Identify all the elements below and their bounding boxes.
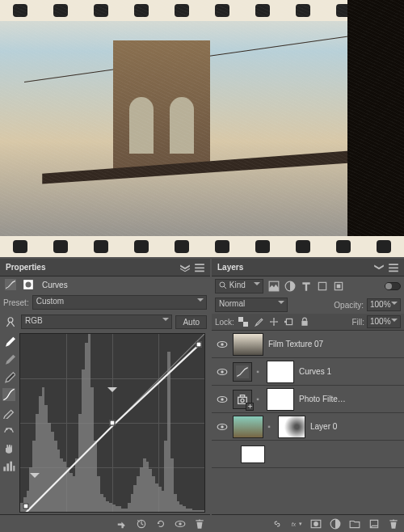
panel-menu-icon[interactable]	[388, 262, 399, 273]
lock-artboard-icon[interactable]	[284, 317, 294, 327]
layer-row[interactable]: ▪ Layer 0	[212, 413, 404, 441]
curve-point-mid[interactable]	[110, 420, 116, 426]
delete-layer-icon[interactable]	[388, 518, 399, 530]
layer-mask[interactable]	[267, 388, 294, 411]
svg-line-15	[224, 286, 226, 289]
svg-point-35	[241, 399, 244, 402]
white-point-eyedropper-icon[interactable]	[2, 335, 15, 348]
blend-mode-select[interactable]: Normal	[215, 298, 288, 312]
visibility-toggle-icon[interactable]	[217, 366, 228, 378]
link-icon: ▪	[255, 395, 260, 403]
link-icon: ▪	[267, 422, 271, 431]
svg-point-27	[221, 343, 224, 346]
opacity-label: Opacity:	[334, 301, 364, 310]
new-adjustment-icon[interactable]	[330, 518, 341, 530]
svg-point-37	[221, 425, 224, 429]
layer-name[interactable]: Curves 1	[297, 367, 401, 376]
delete-adjustment-icon[interactable]	[194, 518, 205, 530]
lock-position-icon[interactable]	[269, 317, 279, 327]
pencil-tool-icon[interactable]	[2, 406, 15, 419]
auto-button[interactable]: Auto	[175, 315, 207, 329]
lock-all-icon[interactable]	[300, 317, 309, 327]
preset-select[interactable]: Custom	[32, 295, 207, 310]
layer-mask[interactable]	[278, 416, 305, 438]
visibility-toggle-icon[interactable]	[217, 339, 228, 350]
layer-name[interactable]: Film Texture 07	[267, 340, 401, 348]
svg-point-5	[10, 428, 12, 430]
layer-row[interactable]: ▪ Photo Filte…	[212, 386, 404, 413]
svg-rect-25	[301, 321, 307, 326]
layer-row[interactable]	[212, 441, 404, 468]
preset-label: Preset:	[3, 298, 29, 307]
svg-text:fx: fx	[292, 521, 297, 526]
layers-panel: Layers Kind Normal Opacity: 100% Lock:	[212, 259, 404, 532]
properties-title: Properties	[3, 263, 45, 272]
svg-point-2	[26, 282, 32, 288]
filter-adjustment-icon[interactable]	[284, 281, 296, 292]
opacity-select[interactable]: 100%	[367, 298, 401, 311]
layer-name[interactable]: Layer 0	[309, 422, 401, 431]
auto-target-icon[interactable]	[5, 316, 16, 327]
curves-layer-icon[interactable]	[233, 362, 252, 382]
mask-mode-icon[interactable]	[23, 279, 34, 290]
layer-name[interactable]: Photo Filte…	[297, 395, 401, 403]
reset-icon[interactable]	[155, 518, 166, 530]
clip-to-layer-icon[interactable]	[116, 518, 128, 530]
panel-menu-icon[interactable]	[194, 262, 205, 273]
layer-mask[interactable]	[267, 361, 294, 383]
layer-thumbnail[interactable]	[233, 416, 263, 438]
lock-image-icon[interactable]	[254, 317, 263, 327]
filter-smart-icon[interactable]	[333, 281, 344, 292]
fill-select[interactable]: 100%	[367, 315, 401, 328]
collapse-icon[interactable]	[373, 262, 385, 273]
filter-pixel-icon[interactable]	[268, 281, 280, 292]
svg-rect-18	[318, 282, 326, 289]
svg-rect-21	[238, 317, 243, 322]
filter-kind-select[interactable]: Kind	[215, 279, 263, 293]
new-layer-icon[interactable]	[368, 518, 380, 530]
svg-rect-6	[3, 467, 6, 471]
svg-point-4	[6, 428, 8, 430]
lock-label: Lock:	[215, 318, 234, 327]
canvas-preview[interactable]	[0, 0, 404, 257]
lock-transparent-icon[interactable]	[238, 317, 248, 327]
curves-adjustment-icon	[5, 279, 16, 290]
channel-select[interactable]: RGB	[21, 315, 172, 329]
collapse-icon[interactable]	[179, 262, 191, 273]
black-point-eyedropper-icon[interactable]	[2, 370, 15, 383]
svg-rect-23	[286, 319, 292, 324]
svg-rect-7	[6, 463, 9, 471]
svg-rect-20	[337, 285, 341, 289]
layer-thumbnail[interactable]	[233, 333, 263, 356]
hand-tool-icon[interactable]	[2, 441, 15, 454]
previous-state-icon[interactable]	[136, 518, 147, 530]
filter-toggle[interactable]	[385, 282, 401, 290]
layer-row[interactable]: ▪ Curves 1	[212, 358, 404, 386]
svg-point-3	[8, 318, 13, 323]
svg-point-40	[314, 521, 318, 526]
add-mask-icon[interactable]	[310, 518, 322, 530]
curve-point-black[interactable]	[23, 504, 28, 509]
film-edge-bottom	[0, 236, 404, 257]
toggle-visibility-icon[interactable]	[175, 518, 186, 530]
link-layers-icon[interactable]	[271, 518, 283, 530]
visibility-toggle-icon[interactable]	[217, 421, 228, 433]
visibility-toggle-icon[interactable]	[217, 394, 228, 405]
layer-thumbnail[interactable]	[241, 445, 265, 463]
curves-graph[interactable]	[19, 333, 205, 513]
smooth-icon[interactable]	[2, 424, 15, 437]
filter-type-icon[interactable]	[301, 281, 312, 292]
layer-style-icon[interactable]: fx▾	[291, 518, 302, 530]
curve-point-white[interactable]	[196, 342, 202, 348]
svg-rect-34	[240, 395, 244, 397]
svg-point-32	[221, 398, 224, 401]
layer-row[interactable]: Film Texture 07	[212, 331, 404, 358]
curve-tool-icon[interactable]	[2, 388, 15, 401]
adjustment-name: Curves	[39, 281, 68, 289]
gray-point-eyedropper-icon[interactable]	[2, 353, 15, 365]
new-group-icon[interactable]	[349, 518, 360, 530]
filter-shape-icon[interactable]	[317, 281, 328, 292]
photo-filter-layer-icon[interactable]	[233, 390, 252, 409]
properties-panel: Properties Curves Preset: Custom RGB Aut…	[0, 259, 210, 532]
histogram-icon[interactable]	[2, 459, 15, 472]
